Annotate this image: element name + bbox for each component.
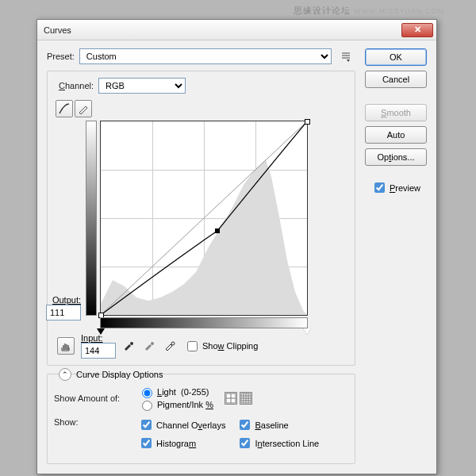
hand-tool-button[interactable] (57, 337, 75, 355)
output-label: Output: (41, 295, 81, 305)
options-button[interactable]: Options... (365, 148, 427, 166)
gray-eyedropper-icon[interactable] (143, 339, 157, 353)
close-button[interactable]: ✕ (401, 23, 433, 37)
baseline-checkbox[interactable]: Baseline (236, 417, 319, 432)
channel-label: Channel: (59, 81, 94, 90)
page-watermark: 思缘设计论坛 WWW.MISSYUAN.COM (294, 5, 444, 17)
pencil-tool-button[interactable] (75, 100, 92, 117)
show-clipping-checkbox[interactable]: Show Clipping (184, 339, 258, 354)
dialog-title: Curves (44, 25, 401, 35)
curve-plot[interactable] (100, 121, 308, 316)
cancel-button[interactable]: Cancel (365, 71, 427, 88)
curve-display-options: ⌃ Curve Display Options Show Amount of: … (47, 374, 355, 464)
light-radio[interactable]: Light (0-255) (138, 386, 213, 398)
preset-select[interactable]: Custom (79, 48, 332, 64)
auto-button[interactable]: Auto (365, 126, 427, 144)
ok-button[interactable]: OK (365, 48, 427, 66)
channel-select[interactable]: RGB (98, 78, 186, 94)
output-field[interactable] (46, 305, 81, 321)
intersection-checkbox[interactable]: Intersection Line (236, 436, 319, 451)
black-slider[interactable] (97, 328, 105, 335)
preset-menu-icon[interactable] (336, 48, 355, 64)
curve-lines (101, 121, 307, 315)
curve-endpoint-white[interactable] (305, 119, 310, 125)
histogram-checkbox[interactable]: Histogram (138, 436, 225, 451)
curve-options-title: Curve Display Options (76, 370, 163, 379)
smooth-button: Smooth (365, 104, 427, 121)
vertical-gradient (86, 121, 97, 316)
show-label: Show: (54, 417, 133, 427)
show-amount-label: Show Amount of: (54, 393, 133, 403)
white-eyedropper-icon[interactable] (163, 339, 178, 353)
pigment-radio[interactable]: Pigment/Ink % (138, 398, 213, 411)
curve-tool-button[interactable] (56, 100, 73, 117)
preset-label: Preset: (47, 52, 75, 61)
curve-group: Channel: RGB Output: (47, 71, 355, 366)
input-field[interactable] (81, 343, 116, 359)
svg-marker-3 (347, 60, 350, 62)
titlebar[interactable]: Curves ✕ (37, 20, 436, 40)
curves-dialog: Curves ✕ Preset: Custom Channel: RGB (36, 19, 437, 474)
white-slider[interactable] (303, 328, 311, 335)
channel-overlays-checkbox[interactable]: Channel Overlays (138, 417, 225, 432)
grid-coarse-icon[interactable] (225, 392, 237, 405)
disclosure-toggle[interactable]: ⌃ (59, 368, 71, 381)
svg-point-7 (151, 342, 154, 345)
input-section: Input: (81, 333, 116, 359)
preview-checkbox[interactable]: Preview (365, 180, 427, 195)
svg-line-5 (101, 121, 307, 315)
output-section: Output: (41, 295, 81, 321)
black-eyedropper-icon[interactable] (122, 339, 136, 353)
curve-point[interactable] (215, 228, 220, 233)
svg-point-6 (130, 342, 133, 345)
horizontal-gradient[interactable] (100, 317, 308, 328)
grid-fine-icon[interactable] (240, 392, 252, 405)
svg-point-8 (171, 342, 175, 345)
